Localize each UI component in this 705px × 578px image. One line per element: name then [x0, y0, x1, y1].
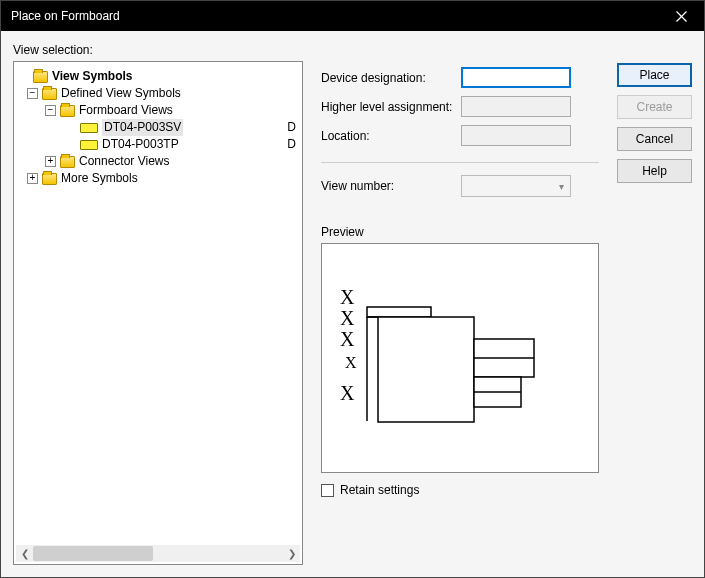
- view-number-label: View number:: [321, 175, 461, 197]
- expand-icon[interactable]: +: [45, 156, 56, 167]
- preview-box: X X X X X: [321, 243, 599, 473]
- close-icon: [676, 11, 687, 22]
- tree-item-label: DT04-P003TP: [102, 136, 179, 153]
- horizontal-scrollbar[interactable]: ❮ ❯: [16, 545, 300, 562]
- dialog-window: Place on Formboard View selection: View …: [0, 0, 705, 578]
- symbol-icon: [80, 140, 98, 150]
- folder-icon: [42, 173, 57, 185]
- tree-connector-views[interactable]: + Connector Views: [18, 153, 300, 170]
- place-button[interactable]: Place: [617, 63, 692, 87]
- collapse-icon[interactable]: −: [45, 105, 56, 116]
- chevron-down-icon: ▾: [559, 181, 564, 192]
- dialog-content: View selection: View Symbols − Defined V…: [1, 31, 704, 577]
- close-button[interactable]: [659, 1, 704, 31]
- preview-drawing: [322, 244, 599, 473]
- expand-icon[interactable]: +: [27, 173, 38, 184]
- tree-item-sv[interactable]: DT04-P003SV D: [18, 119, 300, 136]
- tree-item-type: D: [287, 119, 300, 136]
- preview-group: Preview X X X X X: [321, 225, 599, 473]
- folder-icon: [60, 105, 75, 117]
- folder-icon: [33, 71, 48, 83]
- location-label: Location:: [321, 125, 461, 146]
- higher-level-input[interactable]: [461, 96, 571, 117]
- retain-settings-label: Retain settings: [340, 483, 419, 497]
- middle-column: Device designation: Higher level assignm…: [321, 43, 599, 565]
- tree-defined-views[interactable]: − Defined View Symbols: [18, 85, 300, 102]
- view-selection-label: View selection:: [13, 43, 303, 57]
- tree[interactable]: View Symbols − Defined View Symbols − Fo…: [14, 62, 302, 193]
- tree-item-type: D: [287, 136, 300, 153]
- tree-item-label: Formboard Views: [79, 102, 173, 119]
- tree-item-tp[interactable]: DT04-P003TP D: [18, 136, 300, 153]
- tree-root-label: View Symbols: [52, 68, 132, 85]
- tree-item-label: DT04-P003SV: [102, 119, 183, 136]
- higher-level-label: Higher level assignment:: [321, 96, 461, 117]
- tree-item-label: More Symbols: [61, 170, 138, 187]
- folder-icon: [42, 88, 57, 100]
- device-designation-input[interactable]: [461, 67, 571, 88]
- symbol-icon: [80, 123, 98, 133]
- scroll-right-icon[interactable]: ❯: [283, 545, 300, 562]
- folder-icon: [60, 156, 75, 168]
- scroll-track[interactable]: [33, 545, 283, 562]
- retain-settings-row[interactable]: Retain settings: [321, 483, 599, 497]
- collapse-icon[interactable]: −: [27, 88, 38, 99]
- titlebar: Place on Formboard: [1, 1, 704, 31]
- tree-root[interactable]: View Symbols: [18, 68, 300, 85]
- left-column: View selection: View Symbols − Defined V…: [13, 43, 303, 565]
- svg-rect-3: [378, 317, 474, 422]
- retain-settings-checkbox[interactable]: [321, 484, 334, 497]
- svg-rect-2: [367, 307, 431, 317]
- tree-formboard-views[interactable]: − Formboard Views: [18, 102, 300, 119]
- help-button[interactable]: Help: [617, 159, 692, 183]
- designation-form: Device designation: Higher level assignm…: [321, 59, 599, 154]
- tree-item-label: Defined View Symbols: [61, 85, 181, 102]
- right-button-column: Place Create Cancel Help: [617, 43, 692, 565]
- device-designation-label: Device designation:: [321, 67, 461, 88]
- create-button: Create: [617, 95, 692, 119]
- preview-label: Preview: [321, 225, 599, 239]
- scroll-thumb[interactable]: [33, 546, 153, 561]
- tree-item-label: Connector Views: [79, 153, 170, 170]
- cancel-button[interactable]: Cancel: [617, 127, 692, 151]
- tree-more-symbols[interactable]: + More Symbols: [18, 170, 300, 187]
- tree-panel: View Symbols − Defined View Symbols − Fo…: [13, 61, 303, 565]
- separator: [321, 162, 599, 163]
- window-title: Place on Formboard: [11, 9, 120, 23]
- location-input[interactable]: [461, 125, 571, 146]
- view-number-combo[interactable]: ▾: [461, 175, 571, 197]
- scroll-left-icon[interactable]: ❮: [16, 545, 33, 562]
